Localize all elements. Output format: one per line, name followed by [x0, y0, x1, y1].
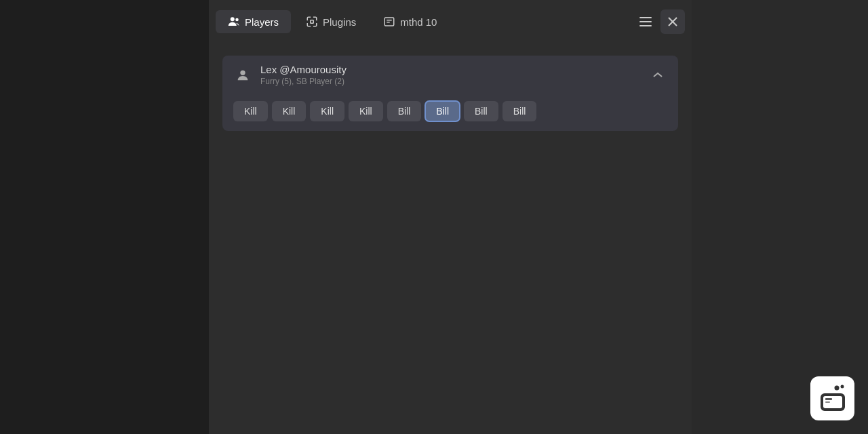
action-btn-bill-4[interactable]: Bill [502, 101, 537, 121]
main-panel: Players Plugins [209, 0, 692, 434]
tab-plugins-label: Plugins [323, 16, 356, 28]
plugins-icon [306, 16, 318, 28]
left-panel [0, 0, 209, 434]
svg-rect-8 [639, 25, 652, 26]
action-btn-bill-active[interactable]: Bill [425, 101, 460, 121]
action-btn-kill-3[interactable]: Kill [310, 101, 344, 121]
player-header[interactable]: Lex @Amourousity Furry (5), SB Player (2… [222, 56, 678, 94]
tab-mthd[interactable]: mthd 10 [371, 10, 449, 33]
tab-players[interactable]: Players [216, 10, 291, 33]
svg-point-0 [231, 17, 235, 21]
right-panel [692, 0, 868, 434]
content-area: Lex @Amourousity Furry (5), SB Player (2… [209, 43, 692, 434]
players-icon [228, 16, 240, 28]
action-btn-bill-3[interactable]: Bill [464, 101, 498, 121]
collapse-button[interactable] [648, 66, 667, 85]
svg-point-11 [240, 70, 245, 75]
action-btn-kill-4[interactable]: Kill [349, 101, 383, 121]
svg-rect-6 [639, 17, 652, 18]
modio-logo-inner [810, 376, 854, 420]
player-avatar-icon [233, 66, 252, 85]
svg-point-12 [834, 385, 839, 390]
action-btn-bill-1[interactable]: Bill [387, 101, 422, 121]
svg-rect-17 [825, 401, 830, 403]
mthd-icon [383, 16, 395, 28]
player-info: Lex @Amourousity Furry (5), SB Player (2… [260, 64, 640, 86]
player-name: Lex @Amourousity [260, 64, 640, 75]
action-btn-kill-2[interactable]: Kill [272, 101, 307, 121]
action-btn-kill-1[interactable]: Kill [233, 101, 268, 121]
svg-rect-16 [825, 398, 832, 400]
player-card: Lex @Amourousity Furry (5), SB Player (2… [222, 56, 678, 131]
svg-rect-2 [311, 20, 314, 24]
close-button[interactable] [660, 9, 685, 34]
menu-button[interactable] [633, 9, 658, 34]
modio-logo [810, 376, 854, 420]
player-subtitle: Furry (5), SB Player (2) [260, 77, 640, 86]
action-buttons-row: Kill Kill Kill Kill Bill Bill Bill Bill [222, 94, 678, 131]
svg-point-13 [840, 384, 844, 388]
tab-players-label: Players [245, 16, 279, 28]
svg-point-1 [235, 18, 239, 22]
tab-mthd-label: mthd 10 [400, 16, 437, 28]
modio-icon [816, 382, 849, 415]
tab-bar: Players Plugins [209, 0, 692, 43]
svg-rect-7 [639, 21, 652, 22]
tab-plugins[interactable]: Plugins [294, 10, 368, 33]
